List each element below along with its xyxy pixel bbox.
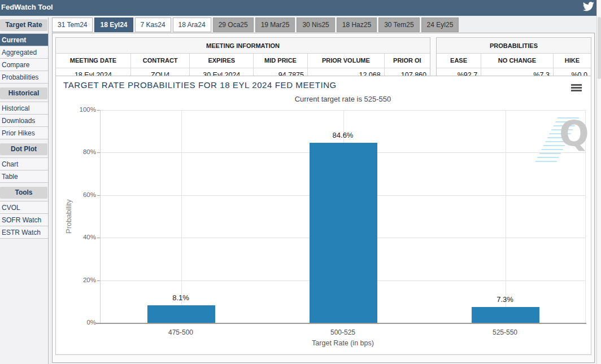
y-axis-title: Probability xyxy=(64,110,73,323)
main-panel: MEETING INFORMATION MEETING DATECONTRACT… xyxy=(52,33,595,363)
y-tick-label: 100% xyxy=(73,106,96,113)
x-axis-title: Target Rate (in bps) xyxy=(100,339,586,347)
y-tick-label: 60% xyxy=(73,191,96,198)
sidebar-section-list: CVOLSOFR WatchESTR Watch xyxy=(0,201,48,239)
meeting-tab[interactable]: 18 Haz25 xyxy=(337,17,377,32)
meeting-tab-bar: 31 Tem2418 Eyl247 Kas2418 Ara2429 Oca251… xyxy=(52,17,460,33)
meeting-info-column-header: PRIOR OI xyxy=(384,54,430,68)
y-tick-label: 0% xyxy=(73,319,96,326)
x-tick-label: 500-525 xyxy=(298,328,388,336)
sidebar-item-current[interactable]: Current xyxy=(0,34,48,46)
probability-bar[interactable] xyxy=(147,305,215,323)
sidebar-item-aggregated[interactable]: Aggregated xyxy=(0,46,48,59)
app-title: FedWatch Tool xyxy=(1,3,53,11)
app-header: FedWatch Tool xyxy=(0,0,601,16)
meeting-info-column-header: MEETING DATE xyxy=(56,54,130,68)
meeting-tab[interactable]: 30 Nis25 xyxy=(297,17,334,32)
sidebar-item-estr-watch[interactable]: ESTR Watch xyxy=(0,226,48,239)
meeting-tab[interactable]: 7 Kas24 xyxy=(135,17,171,32)
probabilities-header-row: EASENO CHANGEHIKE xyxy=(437,54,591,68)
horizontal-gridline xyxy=(101,110,585,111)
meeting-info-column-header: PRIOR VOLUME xyxy=(308,54,385,68)
y-tick-mark xyxy=(97,152,100,153)
meeting-tab[interactable]: 29 Oca25 xyxy=(213,17,254,32)
sidebar-item-prior-hikes[interactable]: Prior Hikes xyxy=(0,127,48,139)
chart-title: TARGET RATE PROBABILITIES FOR 18 EYL 202… xyxy=(63,80,337,90)
probabilities-title: PROBABILITIES xyxy=(437,38,591,54)
sidebar-item-sofr-watch[interactable]: SOFR Watch xyxy=(0,214,48,226)
y-tick-label: 40% xyxy=(73,234,96,240)
probabilities-column-header: EASE xyxy=(437,54,481,68)
y-tick-label: 80% xyxy=(73,148,96,155)
sidebar-section-list: HistoricalDownloadsPrior Hikes xyxy=(0,102,48,139)
sidebar-section-header: Dot Plot xyxy=(0,143,47,155)
sidebar: Target RateCurrentAggregatedCompareProba… xyxy=(0,17,49,364)
y-tick-mark xyxy=(97,110,100,111)
meeting-information-header-row: MEETING DATECONTRACTEXPIRESMID PRICEPRIO… xyxy=(56,54,430,68)
meeting-info-column-header: CONTRACT xyxy=(130,54,190,68)
sidebar-item-chart[interactable]: Chart xyxy=(0,158,48,170)
probabilities-column-header: NO CHANGE xyxy=(481,54,554,68)
sidebar-item-downloads[interactable]: Downloads xyxy=(0,115,48,127)
y-tick-mark xyxy=(97,323,100,323)
y-tick-label: 20% xyxy=(73,277,96,283)
y-tick-mark xyxy=(97,195,100,196)
meeting-tab[interactable]: 31 Tem24 xyxy=(52,17,93,32)
vertical-gridline xyxy=(181,110,182,323)
bar-value-label: 7.3% xyxy=(471,295,539,304)
sidebar-section-header: Tools xyxy=(0,187,47,199)
bar-value-label: 84.6% xyxy=(309,131,377,139)
meeting-tab[interactable]: 24 Eyl25 xyxy=(421,17,459,32)
sidebar-item-table[interactable]: Table xyxy=(0,170,48,183)
sidebar-section-header: Target Rate xyxy=(0,19,47,31)
probability-chart-panel: TARGET RATE PROBABILITIES FOR 18 EYL 202… xyxy=(55,76,591,355)
twitter-bird-icon[interactable] xyxy=(583,2,594,11)
sidebar-item-historical[interactable]: Historical xyxy=(0,102,48,115)
sidebar-section-header: Historical xyxy=(0,87,47,99)
meeting-tab[interactable]: 19 Mar25 xyxy=(255,17,295,32)
vertical-scrollbar[interactable] xyxy=(596,0,601,364)
sidebar-item-compare[interactable]: Compare xyxy=(0,59,48,71)
bar-value-label: 8.1% xyxy=(147,293,215,302)
chart-plot-area xyxy=(100,110,586,323)
meeting-tab[interactable]: 18 Ara24 xyxy=(173,17,211,32)
y-tick-mark xyxy=(97,238,100,238)
meeting-information-title: MEETING INFORMATION xyxy=(56,38,430,54)
x-tick-label: 475-500 xyxy=(136,328,226,336)
meeting-info-column-header: EXPIRES xyxy=(190,54,254,68)
y-tick-mark xyxy=(97,280,100,281)
chart-subtitle: Current target rate is 525-550 xyxy=(100,95,586,103)
scrollbar-thumb[interactable] xyxy=(598,17,601,79)
meeting-tab[interactable]: 30 Tem25 xyxy=(378,17,419,32)
vertical-gridline xyxy=(506,110,506,323)
x-axis-line xyxy=(96,323,586,324)
hamburger-menu-icon[interactable] xyxy=(571,84,582,93)
sidebar-section-list: ChartTable xyxy=(0,157,48,183)
probabilities-column-header: HIKE xyxy=(553,54,591,68)
probability-bar[interactable] xyxy=(472,307,539,323)
sidebar-item-probabilities[interactable]: Probabilities xyxy=(0,71,48,84)
meeting-info-column-header: MID PRICE xyxy=(254,54,308,68)
probability-bar[interactable] xyxy=(310,143,377,323)
sidebar-section-list: CurrentAggregatedCompareProbabilities xyxy=(0,33,48,84)
meeting-tab[interactable]: 18 Eyl24 xyxy=(94,17,133,32)
sidebar-item-cvol[interactable]: CVOL xyxy=(0,201,48,214)
x-tick-label: 525-550 xyxy=(460,328,550,336)
